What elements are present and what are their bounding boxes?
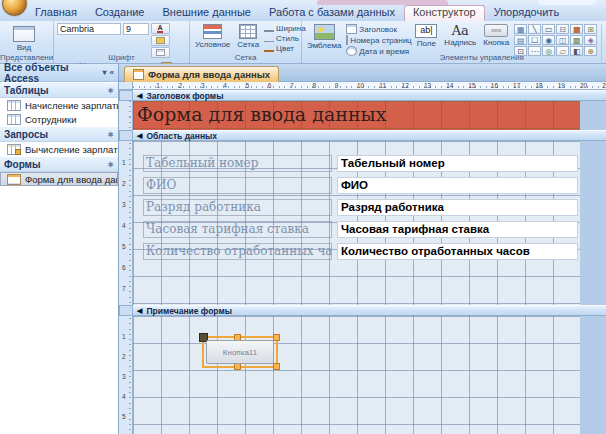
- combo-box-icon[interactable]: ◫: [556, 35, 569, 45]
- font-color-button[interactable]: А: [151, 23, 170, 34]
- ruler-number: 2: [179, 82, 183, 89]
- option-button-icon[interactable]: ◉: [542, 35, 555, 45]
- form-field-textbox[interactable]: Разряд работника: [337, 199, 578, 216]
- sidebar-group-таблицы[interactable]: Таблицы∗: [0, 82, 118, 98]
- emblem-icon: [314, 24, 335, 40]
- emblem-button[interactable]: Эмблема: [305, 23, 343, 51]
- sidebar-item[interactable]: Начисление зарплаты: [0, 98, 118, 112]
- navigation-pane-header[interactable]: Все объекты Access ▾ «: [0, 64, 118, 82]
- ruler-number: 8: [312, 82, 316, 89]
- form-field-textbox[interactable]: Часовая тарифная ставка: [337, 221, 578, 238]
- ruler-number: 19: [558, 82, 565, 89]
- form-field-label[interactable]: Количество отработанных часов: [143, 243, 332, 260]
- pin-icon: ∗: [107, 86, 114, 95]
- form-field-textbox[interactable]: Табельный номер: [337, 155, 578, 172]
- selected-command-button[interactable]: Кнопка11: [202, 336, 278, 368]
- conditional-button[interactable]: Условное: [193, 23, 232, 50]
- sidebar-group-формы[interactable]: Формы∗: [0, 156, 118, 172]
- section-bar-form-footer[interactable]: ◀ Примечание формы: [133, 305, 606, 316]
- resize-handle[interactable]: [273, 363, 280, 370]
- ruler-number: 14: [446, 82, 453, 89]
- font-size-combo[interactable]: 9: [123, 23, 149, 35]
- font-name-combo[interactable]: Cambria: [57, 23, 121, 35]
- form-title-label-control[interactable]: Форма для ввода данных: [137, 103, 386, 125]
- sidebar-item-label: Сотрудники: [25, 114, 76, 125]
- label-aa-icon: Aa: [452, 24, 469, 37]
- ribbon-group-views: Вид Представления: [0, 21, 54, 63]
- ruler-number: 3: [122, 373, 126, 380]
- section-label: Примечание формы: [146, 306, 232, 316]
- sidebar-group-label: Запросы: [4, 129, 48, 140]
- pin-icon: ∗: [107, 130, 114, 139]
- section-bar-form-header[interactable]: ◀ Заголовок формы: [133, 90, 606, 101]
- ruler-number: 1: [122, 159, 126, 166]
- chart-icon[interactable]: ▆: [570, 24, 583, 34]
- ruler-number: 10: [357, 82, 364, 89]
- tab-главная[interactable]: Главная: [26, 5, 86, 21]
- form-field-label[interactable]: Разряд работника: [143, 199, 332, 216]
- ruler-number: 13: [424, 82, 431, 89]
- tab-создание[interactable]: Создание: [86, 5, 154, 21]
- ruler-number: 18: [535, 82, 542, 89]
- ribbon-group-controls: Эмблема Заголовок Номера страниц Дата и …: [302, 21, 606, 63]
- ruler-number: 4: [122, 222, 126, 229]
- command-button-button[interactable]: xxxx Кнопка: [481, 23, 511, 48]
- navigation-groups: Таблицы∗Начисление зарплатыСотрудникиЗап…: [0, 82, 118, 186]
- section-bar-detail[interactable]: ◀ Область данных: [133, 130, 606, 141]
- form-title-button[interactable]: Заголовок: [346, 24, 410, 34]
- ruler-section-box: [119, 305, 133, 316]
- ribbon-group-grid: Условное Сетка Ширина Стиль: [190, 21, 302, 63]
- vertical-ruler: 123456712345: [119, 90, 133, 434]
- grid-button[interactable]: Сетка: [235, 23, 261, 50]
- sidebar-item[interactable]: Форма для ввода данных: [0, 172, 118, 186]
- font-size-value: 9: [126, 24, 131, 34]
- tab-внешние-данные[interactable]: Внешние данные: [154, 5, 260, 21]
- checkbox-icon[interactable]: ☐: [528, 35, 541, 45]
- subform-icon[interactable]: ▦: [514, 24, 527, 34]
- form-field-textbox[interactable]: Количество отработанных часов: [337, 243, 578, 260]
- toggle-button-icon[interactable]: ⊟: [556, 24, 569, 34]
- ruler-number: 1: [156, 82, 160, 89]
- ruler-origin-box: [119, 82, 133, 90]
- form-field-label[interactable]: Табельный номер: [143, 155, 332, 172]
- document-tab-bar: Форма для ввода данных: [119, 64, 606, 82]
- pivot-table-icon[interactable]: ⊞: [584, 24, 597, 34]
- form-field-textbox[interactable]: ФИО: [337, 177, 578, 194]
- label-button[interactable]: Aa Надпись: [442, 23, 478, 48]
- sidebar-group-запросы[interactable]: Запросы∗: [0, 126, 118, 142]
- sidebar-item[interactable]: Сотрудники: [0, 112, 118, 126]
- document-tab[interactable]: Форма для ввода данных: [124, 66, 279, 82]
- line-style-icon: [264, 36, 274, 42]
- line-icon[interactable]: ╲: [528, 24, 541, 34]
- form-footer-surface[interactable]: Кнопка11: [133, 316, 580, 434]
- page-numbers-button[interactable]: Номера страниц: [346, 35, 410, 45]
- rectangle-icon[interactable]: ▭: [542, 24, 555, 34]
- line-width-icon: [264, 25, 274, 32]
- ruler-number: 5: [122, 243, 126, 250]
- navigation-pane-title: Все объекты Access: [4, 62, 100, 84]
- ruler-number: 2: [122, 353, 126, 360]
- command-button-control[interactable]: Кнопка11: [206, 340, 274, 364]
- form-field-label[interactable]: ФИО: [143, 177, 332, 194]
- section-arrow-icon: ◀: [137, 307, 142, 315]
- view-button[interactable]: Вид: [11, 25, 37, 53]
- fill-color-button[interactable]: [151, 35, 170, 46]
- text-box-button[interactable]: ab| Поле: [413, 23, 439, 49]
- list-box-icon[interactable]: ▤: [514, 35, 527, 45]
- sidebar-group-label: Таблицы: [4, 85, 49, 96]
- form-field-label[interactable]: Часовая тарифная ставка: [143, 221, 332, 238]
- form-detail-surface[interactable]: Табельный номерТабельный номерФИОФИОРазр…: [133, 141, 580, 305]
- tab-работа-с-базами-данных[interactable]: Работа с базами данных: [260, 5, 404, 21]
- collapse-pane-icon[interactable]: «: [110, 68, 114, 77]
- view-button-label: Вид: [17, 43, 31, 52]
- resize-handle[interactable]: [234, 363, 241, 370]
- attachment-icon[interactable]: ◈: [584, 35, 597, 45]
- resize-handle[interactable]: [273, 334, 280, 341]
- chevron-down-icon[interactable]: ▾: [103, 68, 107, 77]
- tab-упорядочить[interactable]: Упорядочить: [485, 5, 568, 21]
- ruler-number: 16: [491, 82, 498, 89]
- image-icon[interactable]: ▩: [570, 35, 583, 45]
- sidebar-item[interactable]: Вычисление зарплаты: [0, 142, 118, 156]
- tab-конструктор[interactable]: Конструктор: [404, 5, 485, 21]
- form-header-surface[interactable]: Форма для ввода данных: [133, 101, 580, 130]
